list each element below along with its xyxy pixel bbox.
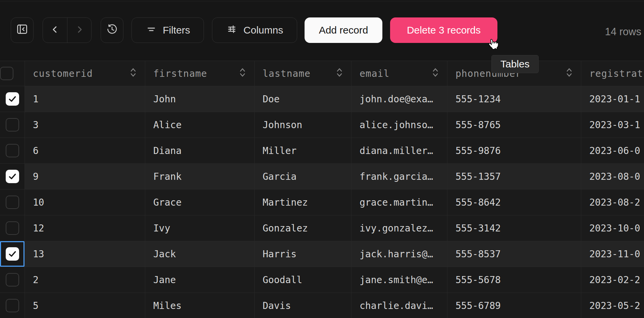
row-select-cell — [0, 138, 25, 163]
cell-email[interactable]: frank.garcia… — [352, 164, 447, 189]
cell-phonenumber[interactable]: 555-3142 — [447, 215, 581, 241]
cell-email[interactable]: grace.martin… — [352, 190, 447, 215]
cell-registrationdate[interactable]: 2023-03-1 — [581, 112, 644, 138]
row-select-cell — [0, 215, 25, 241]
add-record-button-label: Add record — [319, 24, 368, 36]
row-select-cell — [0, 86, 25, 112]
cell-lastname[interactable]: Garcia — [255, 164, 352, 189]
cell-phonenumber[interactable]: 555-1234 — [447, 86, 581, 112]
cell-phonenumber[interactable]: 555-6789 — [447, 293, 581, 318]
cell-lastname[interactable]: Gonzalez — [255, 215, 352, 241]
row-checkbox[interactable] — [6, 92, 19, 106]
sort-icon[interactable] — [125, 67, 138, 80]
cell-phonenumber[interactable]: 555-5678 — [447, 267, 581, 293]
row-checkbox[interactable] — [6, 144, 19, 157]
cell-lastname[interactable]: Davis — [255, 293, 352, 318]
cell-phonenumber[interactable]: 555-1357 — [447, 164, 581, 189]
row-checkbox[interactable] — [6, 247, 19, 261]
cell-customerid[interactable]: 9 — [25, 164, 145, 189]
cell-firstname[interactable]: Miles — [145, 293, 255, 318]
refresh-history-button[interactable] — [101, 17, 123, 43]
cell-email[interactable]: charlie.davi… — [352, 293, 447, 318]
column-header-label: email — [360, 68, 389, 79]
sort-icon[interactable] — [234, 67, 247, 80]
row-checkbox[interactable] — [6, 118, 19, 131]
row-select-cell — [0, 241, 25, 267]
cell-email[interactable]: ivy.gonzalez… — [352, 215, 447, 241]
cell-registrationdate[interactable]: 2023-01-1 — [581, 86, 644, 112]
cell-lastname[interactable]: Miller — [255, 138, 352, 163]
cell-firstname[interactable]: Ivy — [145, 215, 255, 241]
column-header-customerid[interactable]: customerid — [25, 61, 145, 86]
table-header-row: customeridfirstnamelastnameemailphonenum… — [0, 61, 644, 86]
cell-email[interactable]: jane.smith@e… — [352, 267, 447, 293]
cell-email[interactable]: john.doe@exa… — [352, 86, 447, 112]
column-header-registrationdate[interactable]: registrat — [581, 61, 644, 86]
cell-lastname[interactable]: Goodall — [255, 267, 352, 293]
back-button[interactable] — [43, 18, 67, 43]
row-checkbox[interactable] — [6, 299, 19, 312]
cell-customerid[interactable]: 10 — [25, 190, 145, 215]
cell-registrationdate[interactable]: 2023-06-0 — [581, 138, 644, 163]
cell-phonenumber[interactable]: 555-9876 — [447, 138, 581, 163]
cell-customerid[interactable]: 1 — [25, 86, 145, 112]
cell-customerid[interactable]: 5 — [25, 293, 145, 318]
cell-registrationdate[interactable]: 2023-05-2 — [581, 293, 644, 318]
row-checkbox[interactable] — [6, 221, 19, 235]
cell-registrationdate[interactable]: 2023-11-0 — [581, 241, 644, 267]
cell-lastname[interactable]: Doe — [255, 86, 352, 112]
toggle-sidebar-button[interactable] — [11, 17, 34, 43]
row-checkbox[interactable] — [6, 273, 19, 286]
cell-lastname[interactable]: Johnson — [255, 112, 352, 138]
table-viewport: customeridfirstnamelastnameemailphonenum… — [0, 61, 644, 318]
cell-registrationdate[interactable]: 2023-10-0 — [581, 215, 644, 241]
cell-firstname[interactable]: Frank — [145, 164, 255, 189]
cell-phonenumber[interactable]: 555-8537 — [447, 241, 581, 267]
column-header-label: customerid — [33, 68, 93, 79]
cell-email[interactable]: jack.harris@… — [352, 241, 447, 267]
filters-button[interactable]: Filters — [131, 17, 204, 43]
history-nav-group — [43, 17, 92, 43]
cell-phonenumber[interactable]: 555-8642 — [447, 190, 581, 215]
cell-phonenumber[interactable]: 555-8765 — [447, 112, 581, 138]
cell-firstname[interactable]: Alice — [145, 112, 255, 138]
cell-firstname[interactable]: Jane — [145, 267, 255, 293]
sort-icon[interactable] — [427, 67, 440, 80]
cell-email[interactable]: alice.johnso… — [352, 112, 447, 138]
column-settings-icon — [226, 23, 238, 38]
cell-customerid[interactable]: 12 — [25, 215, 145, 241]
cell-email[interactable]: diana.miller… — [352, 138, 447, 163]
cell-customerid[interactable]: 6 — [25, 138, 145, 163]
cell-registrationdate[interactable]: 2023-02-2 — [581, 267, 644, 293]
cell-lastname[interactable]: Martinez — [255, 190, 352, 215]
column-header-firstname[interactable]: firstname — [145, 61, 255, 86]
cell-registrationdate[interactable]: 2023-08-0 — [581, 164, 644, 189]
row-select-cell — [0, 112, 25, 138]
forward-button[interactable] — [67, 18, 91, 43]
column-header-email[interactable]: email — [352, 61, 447, 86]
row-checkbox[interactable] — [6, 196, 19, 209]
delete-records-button-label: Delete 3 records — [407, 24, 481, 36]
data-table-app: Filters Columns Add record Delete 3 reco… — [0, 0, 644, 318]
row-checkbox[interactable] — [6, 170, 19, 183]
add-record-button[interactable]: Add record — [305, 17, 382, 43]
cell-firstname[interactable]: Diana — [145, 138, 255, 163]
sort-icon[interactable] — [331, 67, 344, 80]
cell-customerid[interactable]: 3 — [25, 112, 145, 138]
cell-registrationdate[interactable]: 2023-08-2 — [581, 190, 644, 215]
cell-customerid[interactable]: 2 — [25, 267, 145, 293]
sort-icon[interactable] — [561, 67, 574, 80]
column-header-label: firstname — [153, 68, 207, 79]
cell-lastname[interactable]: Harris — [255, 241, 352, 267]
select-all-checkbox[interactable] — [0, 67, 13, 80]
cell-firstname[interactable]: Grace — [145, 190, 255, 215]
table-row: 5MilesDavischarlie.davi…555-67892023-05-… — [0, 293, 644, 318]
column-header-lastname[interactable]: lastname — [255, 61, 352, 86]
delete-records-button[interactable]: Delete 3 records — [390, 17, 497, 43]
cell-customerid[interactable]: 13 — [25, 241, 145, 267]
filter-icon — [145, 23, 157, 38]
tables-tooltip-label: Tables — [500, 58, 530, 70]
cell-firstname[interactable]: Jack — [145, 241, 255, 267]
cell-firstname[interactable]: John — [145, 86, 255, 112]
columns-button[interactable]: Columns — [212, 17, 297, 43]
